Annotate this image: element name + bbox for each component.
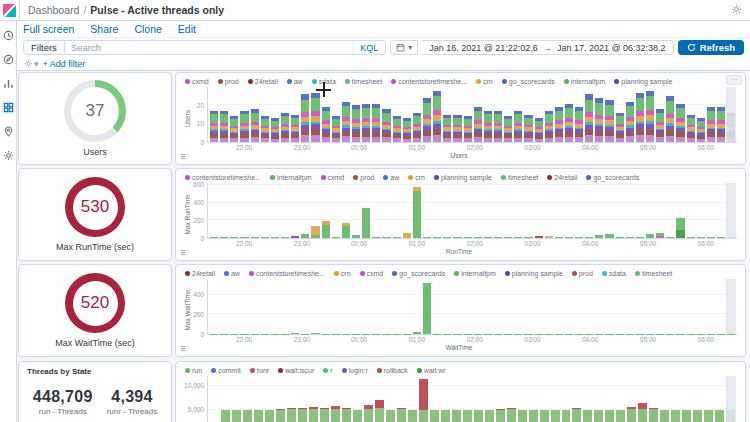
legend-item[interactable]: contentstoretimeshe... [391, 78, 467, 85]
recently-viewed-clock-icon[interactable] [2, 29, 15, 42]
filter-options-button[interactable]: ▾ [24, 59, 39, 69]
legend-item[interactable]: runr [250, 367, 269, 374]
stacked-bar [585, 237, 593, 238]
breadcrumb-root[interactable]: Dashboard [28, 4, 79, 16]
legend-item[interactable]: prod [572, 270, 593, 277]
add-filter-link[interactable]: + Add filter [43, 59, 86, 69]
legend-item[interactable]: timesheet [635, 270, 672, 277]
stacked-bar [311, 93, 319, 142]
legend-dot-icon [383, 175, 388, 180]
legend-dot-icon [614, 79, 619, 84]
edit-link[interactable]: Edit [178, 23, 196, 35]
bar-segment [261, 237, 269, 238]
stacked-bar [332, 237, 340, 238]
bar-segment [464, 237, 472, 238]
legend-item[interactable]: contentstoretimeshe... [185, 174, 261, 181]
legend-item[interactable]: sdata [312, 78, 336, 85]
legend-label: timesheet [508, 174, 538, 181]
legend-item[interactable]: planning sample [505, 270, 563, 277]
legend-item[interactable]: go_scorecards [586, 174, 639, 181]
legend-item[interactable]: crn [408, 174, 425, 181]
y-axis-tick: 0 [200, 139, 204, 146]
bar-segment [676, 137, 684, 142]
legend-item[interactable]: crn [476, 78, 493, 85]
discover-compass-icon[interactable] [2, 53, 15, 66]
legend-item[interactable]: aw [224, 270, 240, 277]
legend-item[interactable]: 24retail [547, 174, 577, 181]
bar-segment [331, 409, 340, 422]
legend-item[interactable]: crn [334, 270, 351, 277]
legend-item[interactable]: commit [211, 367, 241, 374]
bar-segment [656, 137, 664, 142]
legend-item[interactable]: timesheet [345, 78, 382, 85]
max-waittime-histogram-plot[interactable] [207, 279, 737, 335]
threads-state-histogram-plot[interactable] [207, 376, 737, 422]
legend-item[interactable]: rollback [377, 367, 408, 374]
stacked-bar [386, 410, 395, 422]
legend-item[interactable]: cxmd [185, 78, 209, 85]
management-gear-icon[interactable] [2, 149, 15, 162]
stacked-bar [565, 237, 573, 238]
stacked-bar [616, 237, 624, 238]
legend-item[interactable]: sdata [602, 270, 626, 277]
legend-item[interactable]: planning sample [614, 78, 672, 85]
legend-item[interactable]: go_scorecards [392, 270, 445, 277]
legend-item[interactable]: cxmd [360, 270, 384, 277]
legend-item[interactable]: internalfpm [270, 174, 312, 181]
max-runtime-histogram-plot[interactable] [207, 183, 737, 239]
stacked-bar [464, 116, 472, 142]
legend-item[interactable]: planning sample [434, 174, 492, 181]
time-range-display[interactable]: Jan 16, 2021 @ 21:22:02.6 → Jan 17, 2021… [422, 40, 673, 55]
legend-toggle-button[interactable]: ☰ [178, 152, 188, 162]
stacked-bar [540, 410, 549, 422]
legend-item[interactable]: r [323, 367, 332, 374]
legend-item[interactable]: wait:wr [417, 367, 446, 374]
full-screen-link[interactable]: Full screen [23, 23, 74, 35]
refresh-button[interactable]: Refresh [678, 40, 744, 55]
legend-item[interactable]: wait:iscur [278, 367, 314, 374]
kql-menu-button[interactable]: KQL [352, 43, 385, 53]
bar-segment [535, 236, 543, 238]
legend-toggle-button[interactable]: ☰ [178, 248, 188, 258]
y-axis-tick: 400 [193, 199, 204, 206]
legend-item[interactable]: timesheet [501, 174, 538, 181]
header-settings-icon[interactable] [731, 4, 742, 17]
kibana-logo[interactable] [0, 0, 20, 21]
clone-link[interactable]: Clone [134, 23, 161, 35]
filters-button[interactable]: Filters [24, 41, 65, 54]
legend-item[interactable]: internalfpm [454, 270, 496, 277]
legend-item[interactable]: run [185, 367, 202, 374]
legend-dot-icon [391, 79, 396, 84]
legend-item[interactable]: go_scorecards [502, 78, 555, 85]
search-input[interactable] [65, 42, 352, 53]
stacked-bar [555, 237, 563, 238]
dashboard-grid-icon[interactable] [2, 101, 15, 114]
legend-item[interactable]: aw [287, 78, 303, 85]
time-range-end[interactable]: Jan 17, 2021 @ 06:32:38.2 [557, 43, 666, 53]
visualize-chart-icon[interactable] [2, 77, 15, 90]
y-axis-tick: 10 [197, 120, 204, 127]
refresh-button-label: Refresh [700, 42, 735, 53]
legend-item[interactable]: login:r [342, 367, 368, 374]
bar-segment [251, 237, 259, 238]
x-axis-tick: 23:00 [294, 336, 310, 343]
users-histogram-plot[interactable] [207, 87, 737, 143]
stacked-bar [605, 410, 614, 422]
legend-item[interactable]: 24retail [248, 78, 278, 85]
current-bucket-band [726, 87, 736, 142]
legend-toggle-button[interactable]: ☰ [178, 344, 188, 354]
legend-item[interactable]: 24retail [185, 270, 215, 277]
datepicker-calendar-button[interactable]: ▾ [390, 40, 418, 55]
legend-item[interactable]: internalfpm [564, 78, 606, 85]
time-range-start[interactable]: Jan 16, 2021 @ 21:22:02.6 [429, 43, 538, 53]
x-axis: 22:0023:0000:0001:0002:0003:0004:0005:00… [207, 239, 737, 248]
legend-item[interactable]: cxmd [321, 174, 345, 181]
maps-pin-icon[interactable] [2, 125, 15, 138]
panel-options-button[interactable]: ⋯ [726, 75, 742, 85]
legend-item[interactable]: prod [353, 174, 374, 181]
stacked-bar [594, 410, 603, 422]
legend-item[interactable]: aw [383, 174, 399, 181]
legend-item[interactable]: contentstoretimeshe... [249, 270, 325, 277]
share-link[interactable]: Share [90, 23, 118, 35]
legend-item[interactable]: prod [218, 78, 239, 85]
